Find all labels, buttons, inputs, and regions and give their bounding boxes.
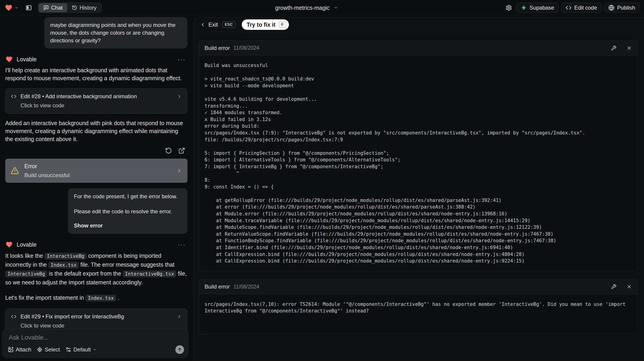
chat-composer: Attach Select [2,329,188,358]
user-message-line: For the code present, I get the error be… [74,192,182,201]
esc-key-badge: ESC [222,21,236,28]
message-menu-button[interactable]: ··· [178,58,186,60]
build-error-panel-2: Build error 11/08/2024 [199,279,638,334]
exit-label: Exit [208,21,218,28]
inline-code: Index.tsx [48,262,79,269]
error-panel-header: Build error 11/08/2024 [199,41,638,55]
history-icon [72,5,77,10]
project-switcher[interactable]: growth-metrics-magic [275,4,338,11]
restore-version-button[interactable] [165,147,172,155]
gear-icon [506,4,512,11]
external-link-icon [178,147,185,154]
chevron-left-icon [200,22,205,27]
panel-left-icon [26,4,32,11]
try-to-fix-label: Try to fix it [247,21,276,28]
sidebar-toggle-button[interactable] [24,3,34,13]
click-to-view-code[interactable]: Click to view code [11,322,182,330]
assistant-message: I'll help create an interactive backgrou… [5,66,188,82]
code-icon [11,94,16,99]
try-to-fix-button[interactable]: Try to fix it F [242,19,289,30]
inline-code: InteractiveBg [44,253,86,260]
user-message: For the code present, I get the error be… [68,188,188,234]
inline-code: InteractiveBg [5,271,47,277]
close-error-button[interactable] [626,45,632,51]
assistant-message: Added an interactive background with pin… [5,119,188,143]
fix-error-button[interactable] [611,284,616,290]
error-log[interactable]: src/pages/Index.tsx(7,10): error TS2614:… [199,294,638,334]
fix-toolbar: Exit ESC Try to fix it F [194,17,644,32]
error-log[interactable]: Build was unsuccessful > vite_react_shad… [199,55,638,271]
open-preview-button[interactable] [178,147,186,155]
assistant-message: It looks like the InteractiveBg componen… [5,252,188,287]
settings-button[interactable] [504,3,514,13]
message-menu-button[interactable]: ··· [178,243,186,246]
select-element-button[interactable]: Select [37,347,60,353]
lovable-app-window: Chat History growth-metrics-magic [0,0,644,361]
build-error-summary-card[interactable]: Error Build unsuccessful [5,159,188,183]
f-key-badge: F [279,21,286,28]
rotate-ccw-icon [165,147,172,154]
chat-input[interactable] [9,334,182,344]
message-actions [5,147,188,155]
show-error-link[interactable]: Show error [74,222,182,230]
supabase-label: Supabase [530,4,554,11]
chevron-down-icon [334,5,338,10]
publish-button[interactable]: Publish [604,3,640,13]
chevron-down-icon [93,348,97,352]
edit-card-title: Edit #28 • Add interactive background an… [20,93,137,100]
error-panel-title: Build error [204,284,230,290]
lovable-heart-icon [5,241,13,248]
project-name: growth-metrics-magic [275,4,330,11]
close-error-button[interactable] [626,284,632,290]
top-bar-actions: Supabase Edit code Publish [504,3,640,13]
error-card-title: Error [24,162,70,170]
tab-chat-label: Chat [51,4,63,11]
locate-target-icon [37,347,43,353]
inline-code: InteractiveBg.tsx [123,271,176,277]
error-panel-date: 11/08/2024 [234,284,259,290]
image-plus-icon [8,347,14,353]
assistant-name: Lovable [17,241,37,248]
edit-code-button[interactable]: Edit code [561,3,601,13]
send-button[interactable] [175,345,184,354]
click-to-view-code[interactable]: Click to view code [11,102,182,109]
warning-triangle-icon [11,167,19,175]
mode-selector[interactable]: Default [66,347,97,353]
wrench-icon [611,45,616,51]
edit-version-card-28[interactable]: Edit #28 • Add interactive background an… [5,88,188,114]
close-icon [626,284,632,290]
supabase-bolt-icon [521,5,527,11]
chevron-right-icon [176,168,182,173]
build-error-panel-1: Build error 11/08/2024 [199,40,638,271]
error-panel-list: Build error 11/08/2024 [194,32,644,334]
arrow-up-icon [177,347,182,352]
top-bar: Chat History growth-metrics-magic [0,0,644,15]
preview-panel: Exit ESC Try to fix it F Build error 11/… [194,17,644,361]
user-message-line: Please edit the code to resolve the erro… [74,207,182,216]
edit-card-title: Edit #29 • Fix import error for Interact… [20,313,124,320]
mode-label: Default [74,347,91,353]
tab-history[interactable]: History [67,3,101,12]
ellipsis-icon: ··· [178,55,186,63]
chevron-down-icon [14,6,19,10]
sliders-icon [66,347,72,353]
lovable-home-menu[interactable] [4,4,19,12]
user-message: maybe diagramming points and when you mo… [44,17,188,48]
error-card-subtitle: Build unsuccessful [24,171,70,179]
tab-chat[interactable]: Chat [39,3,67,12]
exit-button[interactable]: Exit [200,21,218,28]
ellipsis-icon: ··· [178,241,186,248]
inline-code: Index.tsx [86,295,116,302]
select-label: Select [45,347,60,353]
assistant-message: Let's fix the import statement in Index.… [5,294,188,303]
chevron-right-icon [177,314,182,319]
code-icon [566,5,572,11]
fix-error-button[interactable] [611,45,616,51]
chat-message-list: maybe diagramming points and when you mo… [0,15,191,334]
wrench-icon [611,284,616,290]
attach-button[interactable]: Attach [8,347,31,353]
chat-panel: maybe diagramming points and when you mo… [0,15,191,361]
supabase-button[interactable]: Supabase [516,3,558,13]
assistant-name: Lovable [17,56,37,63]
error-panel-header: Build error 11/08/2024 [199,280,638,294]
